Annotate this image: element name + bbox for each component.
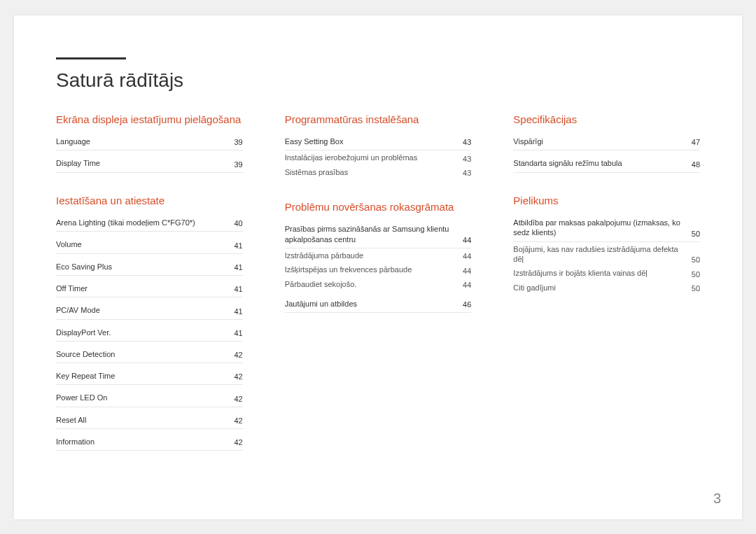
toc-column: SpecifikācijasVispārīgi47Standarta signā… (513, 113, 700, 456)
toc-entry-label: Easy Setting Box (285, 136, 344, 146)
toc-entry-label: Information (56, 437, 94, 447)
toc-entry-page: 42 (234, 372, 242, 381)
toc-entry[interactable]: Display Time39 (56, 155, 243, 172)
toc-entry-page: 39 (234, 138, 242, 146)
toc-section: Problēmu novēršanas rokasgrāmataPrasības… (285, 200, 472, 313)
toc-entry-group: Information42 (56, 433, 243, 451)
toc-entry[interactable]: Vispārīgi47 (513, 133, 700, 150)
toc-entry-page: 43 (463, 138, 471, 146)
toc-section-title[interactable]: Ekrāna displeja iestatījumu pielāgošana (56, 113, 243, 127)
toc-entry-label: Sistēmas prasības (285, 167, 348, 177)
toc-entry-page: 50 (692, 255, 700, 264)
toc-entry-label: Key Repeat Time (56, 371, 115, 381)
toc-entry-label: Izstrādājums ir bojāts klienta vainas dē… (513, 268, 647, 278)
toc-entry-page: 41 (234, 241, 242, 250)
toc-entry[interactable]: Bojājumi, kas nav radušies izstrādājuma … (513, 242, 700, 267)
toc-entry-page: 50 (692, 270, 700, 279)
toc-entry[interactable]: Off Timer41 (56, 280, 243, 297)
toc-section: PielikumsAtbildība par maksas pakalpojum… (513, 194, 700, 295)
toc-section: SpecifikācijasVispārīgi47Standarta signā… (513, 113, 700, 173)
toc-section: Iestatīšana un atiestateArena Lighting (… (56, 194, 243, 451)
toc-entry-label: Power LED On (56, 393, 107, 402)
toc-entry[interactable]: Atbildība par maksas pakalpojumu (izmaks… (513, 214, 700, 242)
toc-entry-group: Vispārīgi47 (513, 133, 700, 150)
toc-section-title[interactable]: Programmatūras instalēšana (285, 113, 472, 127)
toc-entry-label: Pārbaudiet sekojošo. (285, 279, 357, 289)
toc-section-title[interactable]: Problēmu novēršanas rokasgrāmata (285, 200, 472, 214)
toc-entry-label: Volume (56, 239, 82, 249)
toc-entry-label: Izšķirtspējas un frekvences pārbaude (285, 265, 412, 274)
toc-section: Ekrāna displeja iestatījumu pielāgošanaL… (56, 113, 243, 173)
toc-entry-group: Language39 (56, 133, 243, 150)
toc-entry[interactable]: Volume41 (56, 236, 243, 253)
toc-entry-label: DisplayPort Ver. (56, 328, 111, 337)
toc-entry-group: Standarta signālu režīmu tabula48 (513, 155, 700, 172)
toc-entry-page: 46 (463, 300, 471, 309)
toc-entry-group: Source Detection42 (56, 346, 243, 363)
toc-entry[interactable]: Jautājumi un atbildes46 (285, 295, 472, 313)
toc-column: Ekrāna displeja iestatījumu pielāgošanaL… (56, 113, 243, 456)
toc-entry-label: PC/AV Mode (56, 305, 100, 315)
toc-entry-label: Jautājumi un atbildes (285, 299, 357, 309)
toc-entry-group: Display Time39 (56, 155, 243, 172)
toc-entry[interactable]: Power LED On42 (56, 389, 243, 407)
toc-entry[interactable]: Key Repeat Time42 (56, 367, 243, 385)
document-page: Saturā rādītājs Ekrāna displeja iestatīj… (14, 15, 742, 519)
page-number: 3 (713, 491, 721, 507)
toc-entry-page: 41 (234, 329, 242, 337)
toc-entry-group: Reset All42 (56, 412, 243, 429)
toc-entry-page: 41 (234, 285, 242, 293)
toc-entry-label: Display Time (56, 158, 100, 168)
page-title: Saturā rādītājs (56, 69, 700, 92)
toc-entry-page: 42 (234, 351, 242, 359)
toc-entry-page: 41 (234, 263, 242, 272)
toc-entry-label: Instalācijas ierobežojumi un problēmas (285, 153, 418, 162)
toc-entry[interactable]: Easy Setting Box43 (285, 133, 472, 150)
toc-entry[interactable]: Language39 (56, 133, 243, 150)
toc-entry-page: 42 (234, 395, 242, 403)
title-rule (56, 57, 126, 59)
toc-entry-page: 43 (463, 155, 471, 163)
toc-entry-label: Prasības pirms sazināšanās ar Samsung kl… (285, 224, 456, 244)
toc-entry-group: Prasības pirms sazināšanās ar Samsung kl… (285, 220, 472, 290)
toc-entry[interactable]: Sistēmas prasības43 (285, 165, 472, 179)
toc-entry-label: Izstrādājuma pārbaude (285, 251, 364, 260)
toc-entry-page: 42 (234, 416, 242, 425)
toc-section-title[interactable]: Iestatīšana un atiestate (56, 194, 243, 208)
toc-entry[interactable]: Izstrādājums ir bojāts klienta vainas dē… (513, 266, 700, 280)
toc-entry-group: Key Repeat Time42 (56, 367, 243, 385)
toc-entry-page: 50 (692, 230, 700, 238)
toc-entry[interactable]: Izšķirtspējas un frekvences pārbaude44 (285, 262, 472, 276)
toc-entry-label: Off Timer (56, 283, 88, 293)
toc-entry-page: 50 (692, 284, 700, 293)
toc-entry-page: 43 (463, 169, 471, 177)
toc-section: Programmatūras instalēšanaEasy Setting B… (285, 113, 472, 179)
toc-entry-page: 44 (463, 236, 471, 244)
toc-entry-label: Standarta signālu režīmu tabula (513, 158, 622, 168)
toc-entry[interactable]: Pārbaudiet sekojošo.44 (285, 277, 472, 291)
toc-entry-group: Power LED On42 (56, 389, 243, 407)
toc-entry[interactable]: Instalācijas ierobežojumi un problēmas43 (285, 150, 472, 164)
toc-entry[interactable]: Prasības pirms sazināšanās ar Samsung kl… (285, 220, 472, 248)
toc-entry-page: 44 (463, 252, 471, 260)
toc-entry-group: Atbildība par maksas pakalpojumu (izmaks… (513, 214, 700, 295)
toc-entry[interactable]: Citi gadījumi50 (513, 281, 700, 295)
toc-entry-page: 44 (463, 267, 471, 275)
toc-entry[interactable]: Information42 (56, 433, 243, 451)
toc-entry[interactable]: Standarta signālu režīmu tabula48 (513, 155, 700, 172)
toc-entry[interactable]: Source Detection42 (56, 346, 243, 363)
toc-entry[interactable]: PC/AV Mode41 (56, 302, 243, 319)
toc-entry[interactable]: Izstrādājuma pārbaude44 (285, 248, 472, 262)
toc-entry[interactable]: Eco Saving Plus41 (56, 258, 243, 276)
toc-entry-label: Citi gadījumi (513, 283, 556, 293)
toc-entry[interactable]: Arena Lighting (tikai modeļiem C*FG70*)4… (56, 214, 243, 232)
toc-section-title[interactable]: Specifikācijas (513, 113, 700, 127)
toc-column: Programmatūras instalēšanaEasy Setting B… (285, 113, 472, 456)
toc-entry-page: 47 (692, 138, 700, 146)
toc-section-title[interactable]: Pielikums (513, 194, 700, 208)
toc-entry[interactable]: Reset All42 (56, 412, 243, 429)
toc-entry-page: 42 (234, 438, 242, 447)
toc-entry-label: Language (56, 136, 90, 146)
toc-entry[interactable]: DisplayPort Ver.41 (56, 324, 243, 342)
toc-entry-group: Off Timer41 (56, 280, 243, 297)
